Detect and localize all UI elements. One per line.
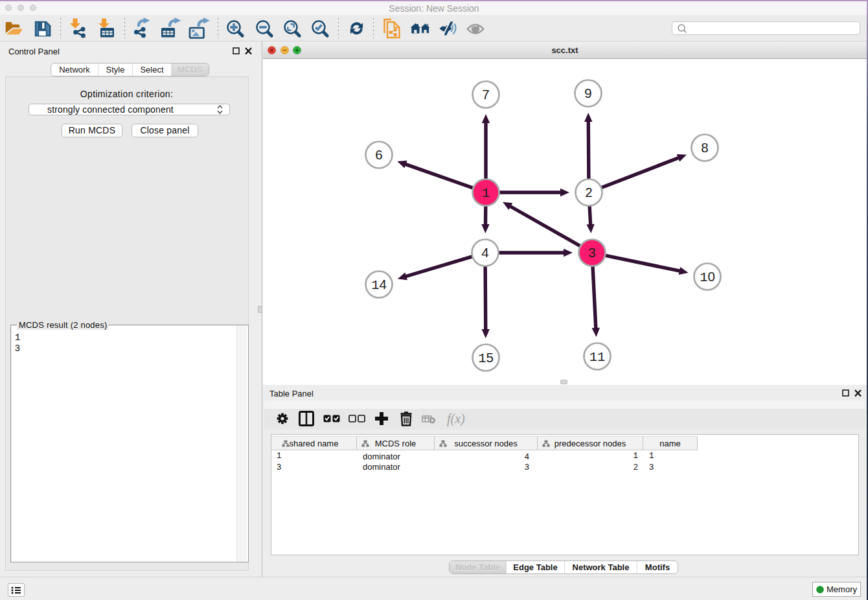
svg-text:4: 4: [481, 245, 488, 260]
svg-text:10: 10: [700, 269, 715, 285]
svg-text:6: 6: [375, 147, 382, 162]
svg-text:14: 14: [371, 277, 387, 293]
svg-text:11: 11: [589, 350, 606, 365]
svg-text:2: 2: [585, 185, 592, 200]
svg-text:9: 9: [584, 86, 591, 100]
svg-text:3: 3: [588, 245, 595, 260]
svg-text:f(x): f(x): [447, 411, 465, 426]
svg-text:1: 1: [482, 186, 490, 201]
svg-text:7: 7: [482, 87, 489, 102]
svg-text:8: 8: [701, 140, 708, 155]
svg-text:15: 15: [478, 350, 494, 366]
